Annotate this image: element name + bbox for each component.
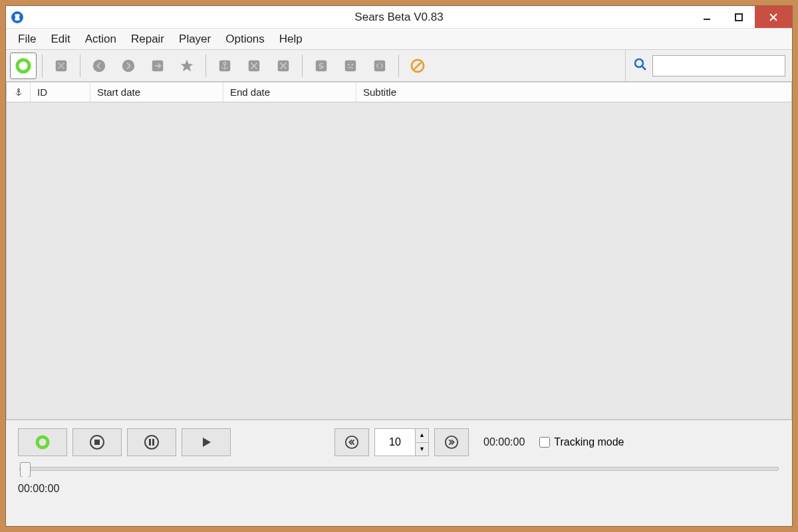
minimize-button[interactable]	[691, 6, 723, 28]
svg-point-17	[635, 59, 643, 67]
blocked-button[interactable]	[404, 53, 431, 79]
menu-player[interactable]: Player	[172, 30, 217, 49]
table-body	[7, 102, 791, 419]
face-button[interactable]	[337, 53, 364, 79]
maximize-button[interactable]	[723, 6, 755, 28]
slider-thumb[interactable]	[20, 462, 31, 477]
code-button[interactable]	[366, 53, 393, 79]
toolbar-separator	[80, 55, 80, 77]
svg-point-18	[17, 88, 19, 90]
table-header: ID Start date End date Subtitle	[7, 82, 791, 102]
svg-point-19	[37, 437, 48, 448]
menu-action[interactable]: Action	[78, 30, 123, 49]
titlebar: Sears Beta V0.83	[6, 6, 792, 29]
window-controls	[691, 6, 792, 28]
current-time: 00:00:00	[483, 436, 525, 448]
anchor-button[interactable]	[211, 53, 238, 79]
svg-rect-12	[345, 60, 356, 71]
menubar: File Edit Action Repair Player Options H…	[6, 29, 792, 50]
player-forward-button[interactable]	[434, 428, 469, 456]
toolbar	[6, 50, 792, 82]
step-up-button[interactable]: ▲	[416, 429, 428, 443]
column-start-date[interactable]: Start date	[90, 82, 223, 102]
tracking-label: Tracking mode	[554, 436, 624, 448]
search-icon	[632, 57, 648, 74]
svg-point-22	[145, 436, 158, 449]
svg-point-5	[122, 59, 134, 71]
player-controls: ▲ ▼ 00:00:00 Tracking mode	[18, 428, 780, 456]
cut-button[interactable]	[48, 53, 74, 79]
svg-rect-15	[374, 60, 386, 71]
app-icon	[6, 6, 29, 29]
svg-rect-1	[735, 14, 742, 21]
svg-point-13	[348, 63, 350, 65]
step-arrows: ▲ ▼	[415, 429, 428, 456]
subtitle-table: ID Start date End date Subtitle	[6, 82, 792, 420]
svg-point-14	[351, 63, 353, 65]
player-rewind-button[interactable]	[334, 428, 369, 456]
record-button[interactable]	[10, 53, 37, 79]
menu-help[interactable]: Help	[273, 30, 309, 49]
app-window: Sears Beta V0.83 File Edit Action Repair…	[5, 5, 793, 527]
export-button[interactable]	[144, 53, 171, 79]
svg-rect-21	[94, 440, 100, 445]
star-button[interactable]	[174, 53, 200, 79]
menu-file[interactable]: File	[11, 30, 43, 49]
delete2-button[interactable]	[270, 53, 297, 79]
column-id[interactable]: ID	[31, 82, 90, 102]
svg-point-2	[17, 60, 29, 72]
step-stepper[interactable]: ▲ ▼	[374, 428, 429, 456]
toolbar-separator	[398, 55, 399, 77]
close-button[interactable]	[755, 6, 792, 28]
timeline-slider[interactable]	[18, 467, 780, 471]
tracking-checkbox[interactable]	[539, 437, 550, 448]
step-down-button[interactable]: ▼	[416, 443, 428, 456]
player-pause-button[interactable]	[127, 428, 176, 456]
column-end-date[interactable]: End date	[223, 82, 356, 102]
column-anchor[interactable]	[7, 82, 31, 102]
elapsed-time: 00:00:00	[18, 483, 780, 495]
toolbar-search	[625, 50, 789, 81]
menu-edit[interactable]: Edit	[44, 30, 76, 49]
menu-repair[interactable]: Repair	[124, 30, 171, 49]
step-input[interactable]	[375, 429, 415, 456]
column-subtitle[interactable]: Subtitle	[356, 82, 791, 102]
svg-rect-24	[152, 439, 154, 446]
delete-button[interactable]	[241, 53, 267, 79]
toolbar-separator	[302, 55, 303, 77]
prev-button[interactable]	[86, 53, 112, 79]
svg-point-4	[93, 59, 105, 71]
search-input[interactable]	[652, 55, 785, 76]
toolbar-separator	[205, 55, 206, 77]
svg-rect-23	[149, 439, 151, 446]
player-stop-button[interactable]	[72, 428, 122, 456]
player-panel: ▲ ▼ 00:00:00 Tracking mode 00:00:00	[6, 420, 792, 526]
tracking-mode-toggle[interactable]: Tracking mode	[539, 436, 624, 448]
window-title: Sears Beta V0.83	[6, 11, 792, 24]
player-play-button[interactable]	[182, 428, 231, 456]
next-button[interactable]	[115, 53, 142, 79]
s-button[interactable]	[308, 53, 334, 79]
player-record-button[interactable]	[18, 428, 67, 456]
toolbar-separator	[42, 55, 43, 77]
menu-options[interactable]: Options	[219, 30, 271, 49]
